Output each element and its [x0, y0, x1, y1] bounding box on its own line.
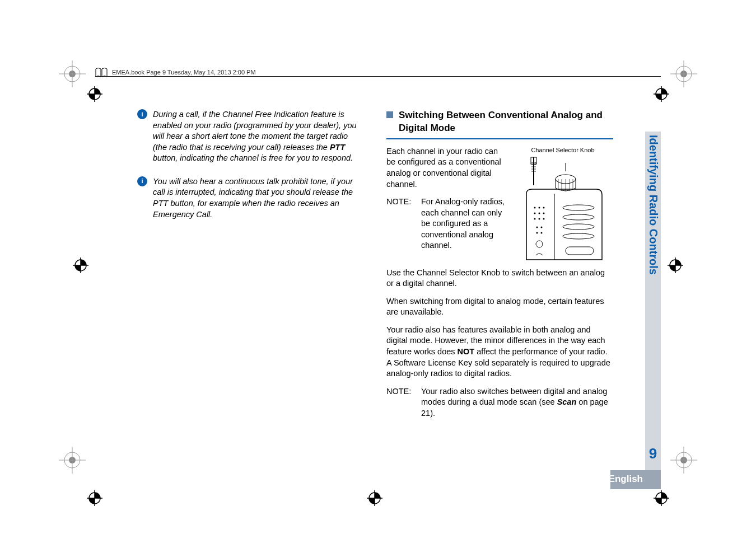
note-body: Your radio also switches between digital…	[421, 386, 613, 419]
svg-point-62	[563, 214, 594, 220]
content-area: i During a call, if the Channel Free Ind…	[137, 109, 613, 472]
crosshair-icon	[654, 86, 669, 102]
header-rule	[95, 76, 661, 77]
side-section-label: Identifying Radio Controls	[645, 132, 661, 359]
svg-point-64	[563, 233, 594, 239]
crosshair-icon	[87, 86, 102, 102]
not-bold: NOT	[458, 347, 475, 356]
svg-point-57	[541, 226, 543, 228]
svg-point-60	[536, 241, 543, 247]
header-text: EMEA.book Page 9 Tuesday, May 14, 2013 2…	[112, 69, 256, 76]
radio-drawing-icon	[512, 154, 613, 261]
note-text: During a call, if the Channel Free Indic…	[153, 109, 364, 164]
svg-point-47	[534, 207, 536, 208]
svg-point-58	[536, 232, 538, 233]
svg-point-54	[539, 218, 540, 219]
page-number: 9	[645, 445, 661, 462]
svg-point-56	[536, 226, 538, 228]
svg-point-55	[543, 218, 545, 219]
para-switching: When switching from digital to analog mo…	[386, 296, 613, 318]
svg-point-52	[543, 212, 545, 214]
heading-bullet-icon	[386, 111, 393, 118]
svg-point-51	[539, 212, 540, 214]
note-dual-scan: NOTE: Your radio also switches between d…	[386, 386, 613, 419]
note-analog-only: NOTE: For Analog-only radios, each chann…	[386, 196, 507, 251]
crosshair-icon	[87, 490, 102, 506]
channel-free-note: i During a call, if the Channel Free Ind…	[137, 109, 364, 164]
scan-bold: Scan	[557, 397, 577, 406]
svg-point-53	[534, 218, 536, 219]
crosshair-icon	[668, 257, 683, 273]
svg-point-63	[563, 224, 594, 229]
svg-point-59	[541, 232, 543, 233]
registration-mark	[59, 447, 86, 474]
note-body: For Analog-only radios, each channel can…	[421, 196, 507, 251]
language-label: English	[609, 474, 643, 485]
para-features: Your radio also has features available i…	[386, 325, 613, 380]
note1-part-b: button, indicating the channel is free f…	[153, 153, 353, 162]
crosshair-icon	[73, 257, 88, 273]
left-column: i During a call, if the Channel Free Ind…	[137, 109, 364, 472]
crosshair-icon	[367, 490, 382, 506]
svg-point-61	[563, 205, 594, 210]
knob-label: Channel Selector Knob	[512, 146, 613, 154]
note-label: NOTE:	[386, 196, 416, 251]
talk-prohibit-note: i You will also hear a continuous talk p…	[137, 176, 364, 220]
registration-mark	[670, 447, 697, 474]
svg-rect-65	[566, 247, 594, 255]
radio-illustration: Channel Selector Knob	[512, 146, 613, 263]
svg-point-49	[543, 207, 545, 208]
right-column: Switching Between Conventional Analog an…	[386, 109, 613, 472]
svg-point-50	[534, 212, 536, 214]
registration-mark	[59, 60, 86, 87]
note-text: You will also hear a continuous talk pro…	[153, 176, 364, 220]
registration-mark	[670, 60, 697, 87]
note-label: NOTE:	[386, 386, 416, 419]
note1-part-a: During a call, if the Channel Free Indic…	[153, 110, 357, 152]
heading-underline	[386, 138, 613, 139]
svg-point-48	[539, 207, 540, 208]
heading-text: Switching Between Conventional Analog an…	[399, 109, 613, 135]
info-icon: i	[137, 176, 147, 186]
ptt-bold: PTT	[330, 143, 345, 152]
info-icon: i	[137, 109, 147, 119]
para-use-knob: Use the Channel Selector Knob to switch …	[386, 268, 613, 289]
crosshair-icon	[654, 490, 669, 506]
section-heading: Switching Between Conventional Analog an…	[386, 109, 613, 135]
